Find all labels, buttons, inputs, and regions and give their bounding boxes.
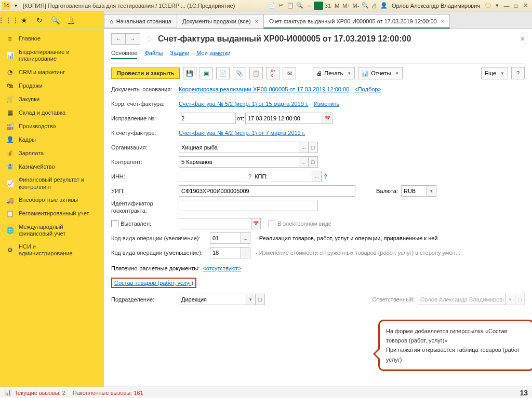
apps-icon[interactable]: ⋮⋮⋮ (3, 15, 14, 25)
issued-checkbox[interactable] (111, 220, 118, 227)
tool-icon[interactable]: 🖨 (370, 2, 379, 10)
user-name[interactable]: Орлов Александр Владимирович (392, 3, 480, 9)
tool-icon[interactable]: 🔍 (361, 2, 370, 10)
open-icon[interactable]: ▢ (309, 142, 318, 153)
subtab-notes[interactable]: Мои заметки (196, 50, 230, 59)
subtab-tasks[interactable]: Задачи (170, 50, 189, 59)
maximize-icon[interactable]: □ (511, 2, 521, 10)
favorite-icon[interactable]: ☆ (143, 33, 155, 45)
dropdown-icon[interactable]: ▾ (11, 2, 20, 10)
select-icon[interactable]: ... (241, 247, 250, 258)
sidebar-item-treasury[interactable]: 🏦Казначейство (0, 160, 104, 173)
basis-link[interactable]: Корректировка реализации ХР00-000005 от … (179, 86, 349, 92)
reports-button[interactable]: 📊 Отчеты▼ (358, 67, 403, 79)
post-icon[interactable]: ▣ (200, 67, 213, 79)
help-icon[interactable]: ? (511, 67, 525, 79)
select-icon[interactable]: ... (299, 156, 309, 168)
dropdown-icon[interactable]: ▾ (506, 294, 515, 305)
perf-icon[interactable]: 📊 (4, 389, 11, 396)
open-icon[interactable]: ▢ (309, 156, 318, 168)
m-icon[interactable]: M (332, 2, 342, 10)
tool-icon[interactable]: 📄 (267, 2, 276, 10)
tab-invoice[interactable]: Счет-фактура выданный ХР00-И000005 от 17… (263, 14, 450, 29)
close-icon[interactable]: × (441, 18, 444, 24)
subtab-main[interactable]: Основное (111, 50, 137, 59)
open-icon[interactable]: ▢ (515, 294, 525, 305)
user-icon[interactable]: 👤 (379, 2, 389, 10)
info-icon[interactable]: ⓘ (483, 2, 493, 10)
sidebar-item-warehouse[interactable]: ▦Склад и доставка (0, 106, 104, 119)
dropdown-icon[interactable]: ▾ (427, 185, 436, 197)
sidebar-item-assets[interactable]: 🚚Внеоборотные активы (0, 194, 104, 207)
change-link[interactable]: Изменить (314, 101, 340, 107)
basis-pick-link[interactable]: <Подбор> (354, 86, 381, 92)
minimize-icon[interactable]: — (502, 2, 511, 10)
tool-icon[interactable]: ✂ (276, 2, 286, 10)
fix-date-input[interactable] (245, 113, 323, 124)
tab-home[interactable]: ⌂ Начальная страница (104, 14, 177, 29)
close-icon[interactable]: ✕ (521, 2, 530, 10)
save-icon[interactable]: 💾 (183, 67, 196, 79)
select-icon[interactable]: ... (299, 142, 309, 153)
calendar-icon[interactable]: 📅 (251, 218, 261, 229)
sidebar-item-main[interactable]: ≡Главное (0, 32, 104, 46)
paydocs-link[interactable]: <отсутствуют> (203, 265, 241, 271)
sidebar-item-ifrs[interactable]: 🌐Международный финансовый учет (0, 221, 104, 240)
dropdown-icon[interactable]: ▾ (246, 294, 256, 305)
fix-number-input[interactable] (179, 113, 236, 124)
kpp-input[interactable] (271, 171, 312, 182)
edo-icon[interactable]: ✉ (283, 67, 296, 79)
open-icon[interactable]: ▢ (256, 294, 265, 305)
resp-input[interactable] (418, 294, 506, 305)
sidebar-item-admin[interactable]: ⚙НСИ и администрирование (0, 240, 104, 260)
select-icon[interactable]: ... (312, 171, 322, 182)
m-plus-icon[interactable]: M+ (342, 2, 351, 10)
copy-icon[interactable]: 📄 (216, 67, 230, 79)
search-icon[interactable]: 🔍 (50, 15, 60, 25)
partner-input[interactable] (179, 156, 299, 168)
org-input[interactable] (179, 142, 299, 153)
tool-icon[interactable]: 🔍 (295, 2, 304, 10)
select-icon[interactable]: ... (241, 232, 250, 244)
star-icon[interactable]: ★ (19, 15, 29, 25)
uip-input[interactable] (179, 185, 355, 197)
opcode-inc-input[interactable] (210, 232, 241, 244)
to-invoice-link[interactable]: Счет-фактура № 4/2 (испр. 1) от 7 марта … (179, 130, 305, 136)
tool-icon[interactable]: ↔ (304, 2, 314, 10)
sidebar-item-sales[interactable]: 🛍Продажи (0, 79, 104, 92)
m-minus-icon[interactable]: M- (351, 2, 361, 10)
sidebar-item-production[interactable]: 🏭Производство (0, 119, 104, 133)
back-button[interactable]: ← (111, 33, 126, 45)
print-button[interactable]: 🖨 Печать▼ (313, 67, 355, 79)
help-icon[interactable]: ? (324, 173, 327, 180)
dropdown-icon[interactable]: ▾ (493, 2, 502, 10)
post-close-button[interactable]: Провести и закрыть (111, 67, 180, 79)
tool-icon[interactable]: 📋 (286, 2, 295, 10)
sidebar-item-regulated[interactable]: 📋Регламентированный учет (0, 207, 104, 221)
sidebar-item-purchase[interactable]: 🛒Закупки (0, 92, 104, 106)
close-icon[interactable]: × (255, 18, 258, 24)
calendar-icon[interactable]: 📅 (323, 113, 332, 124)
forward-button[interactable]: → (126, 33, 140, 45)
sidebar-item-finance[interactable]: 📈Финансовый результат и контроллинг (0, 173, 104, 193)
opcode-dec-input[interactable] (210, 247, 241, 258)
goods-composition-link[interactable]: Состав товаров (работ, услуг) (114, 280, 193, 286)
dept-input[interactable] (179, 294, 246, 305)
sidebar-item-budget[interactable]: 📊Бюджетирование и планирование (0, 46, 104, 65)
currency-input[interactable] (401, 185, 427, 197)
sidebar-item-hr[interactable]: 👤Кадры (0, 133, 104, 146)
paste-icon[interactable]: 📋 (249, 67, 263, 79)
more-button[interactable]: Еще▼ (481, 67, 508, 79)
corr-link[interactable]: Счет-фактура № 5/2 (испр. 1) от 15 марта… (179, 101, 309, 107)
electronic-checkbox[interactable] (268, 220, 275, 227)
sidebar-item-salary[interactable]: 💰Зарплата (0, 146, 104, 160)
help-icon[interactable]: ? (248, 173, 251, 180)
inn-input[interactable] (179, 171, 246, 182)
close-icon[interactable]: × (521, 35, 525, 43)
sidebar-item-crm[interactable]: ◔CRM и маркетинг (0, 65, 104, 79)
attach-icon[interactable]: 📎 (233, 67, 246, 79)
calendar-icon[interactable]: 31 (323, 2, 332, 10)
bell-icon[interactable]: 🔔 (65, 15, 76, 25)
calc-icon[interactable]: ⊞ (314, 2, 323, 10)
dtkt-icon[interactable]: ДтКт (266, 67, 280, 79)
